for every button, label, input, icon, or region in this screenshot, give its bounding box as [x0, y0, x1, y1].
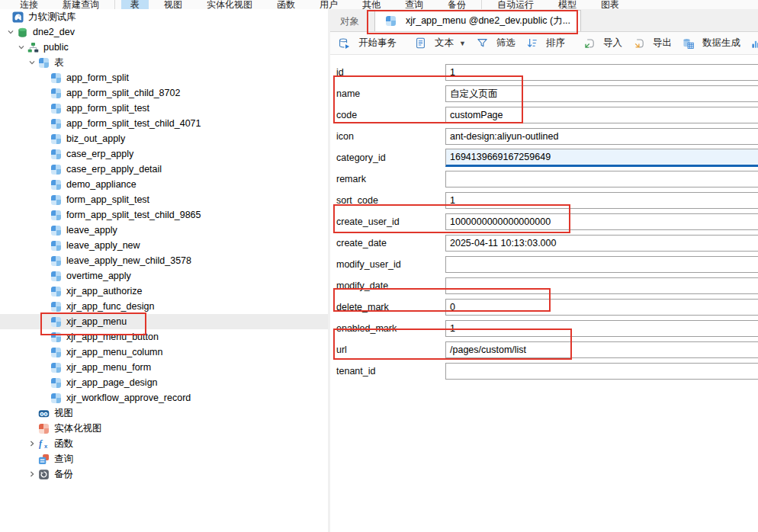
field-value-modify_user_id[interactable] — [445, 256, 758, 273]
chevron-right-icon[interactable] — [26, 469, 38, 479]
tree-item-form_app_split_test[interactable]: form_app_split_test — [0, 192, 328, 207]
tree-item-biz_out_apply[interactable]: biz_out_apply — [0, 131, 328, 146]
begin-transaction-icon — [339, 37, 350, 49]
tree-item-case_erp_apply_detail[interactable]: case_erp_apply_detail — [0, 162, 328, 177]
table-icon — [50, 347, 62, 358]
field-row-icon: iconant-design:aliyun-outlined — [330, 126, 758, 147]
field-label-id: id — [336, 67, 445, 78]
table-icon — [50, 179, 62, 191]
数据生成-button[interactable]: 数据生成 — [677, 34, 746, 52]
tree-item-xjr_app_func_design[interactable]: xjr_app_func_design — [0, 299, 328, 314]
chevron-right-icon[interactable] — [26, 438, 38, 449]
data-toolbar: 开始事务文本▼筛选排序导入导出数据生成创建图表 — [330, 32, 758, 55]
tree-item-label: xjr_app_page_design — [66, 377, 158, 388]
筛选-button[interactable]: 筛选 — [471, 34, 521, 52]
field-value-url[interactable]: /pages/custom/list — [445, 341, 758, 358]
tree-item-xjr_app_authorize[interactable]: xjr_app_authorize — [0, 284, 328, 299]
field-label-modify_date: modify_date — [336, 280, 445, 291]
table-icon — [50, 362, 62, 373]
field-value-category_id[interactable]: 1694139669167259649 — [445, 149, 758, 167]
field-value-create_user_id[interactable]: 1000000000000000000 — [445, 213, 758, 230]
tree-item-函数[interactable]: fx函数 — [0, 436, 328, 451]
create-chart-icon — [751, 37, 758, 49]
field-value-delete_mark[interactable]: 0 — [445, 299, 758, 316]
tree-item-label: xjr_app_menu_form — [66, 362, 151, 373]
field-row-create_user_id: create_user_id1000000000000000000 — [330, 211, 758, 232]
tree-item-leave_apply[interactable]: leave_apply — [0, 223, 328, 238]
tree-item-form_app_split_test_child_9865[interactable]: form_app_split_test_child_9865 — [0, 207, 328, 223]
tree-item-视图[interactable]: 视图 — [0, 405, 328, 421]
field-value-icon[interactable]: ant-design:aliyun-outlined — [445, 128, 758, 145]
chevron-spacer — [26, 453, 38, 464]
tree-item-xjr_app_menu_button[interactable]: xjr_app_menu_button — [0, 329, 328, 345]
dropdown-caret-icon[interactable]: ▼ — [459, 40, 466, 47]
tree-item-查询[interactable]: 查询 — [0, 451, 328, 466]
tree-item-力软测试库[interactable]: 力软测试库 — [0, 9, 328, 24]
tree-item-xjr_app_menu_form[interactable]: xjr_app_menu_form — [0, 360, 328, 375]
table-icon — [50, 286, 62, 297]
导出-button[interactable]: 导出 — [628, 34, 677, 52]
tree-item-xjr_app_page_design[interactable]: xjr_app_page_design — [0, 375, 328, 390]
tree-item-overtime_apply[interactable]: overtime_apply — [0, 268, 328, 284]
tree-item-表[interactable]: 表 — [0, 55, 328, 70]
tree-item-xjr_app_menu[interactable]: xjr_app_menu — [0, 314, 328, 329]
field-value-name[interactable]: 自定义页面 — [445, 85, 758, 102]
chevron-down-icon[interactable] — [26, 57, 38, 68]
排序-button[interactable]: 排序 — [521, 34, 570, 52]
table-icon — [50, 332, 62, 343]
tree-item-app_form_split_test_child_4071[interactable]: app_form_split_test_child_4071 — [0, 116, 328, 131]
tree-item-label: 表 — [54, 56, 64, 69]
tree-item-app_form_split[interactable]: app_form_split — [0, 70, 328, 85]
field-value-enabled_mark[interactable]: 1 — [445, 320, 758, 337]
开始事务-button[interactable]: 开始事务 — [333, 34, 402, 52]
database-icon — [17, 27, 28, 38]
table-icon — [50, 301, 62, 312]
tree-item-备份[interactable]: 备份 — [0, 466, 328, 482]
tree-item-label: app_form_split_child_8702 — [66, 88, 180, 98]
tree-item-xjr_workflow_approve_record[interactable]: xjr_workflow_approve_record — [0, 390, 328, 405]
导入-button[interactable]: 导入 — [578, 34, 628, 52]
tree-item-app_form_split_child_8702[interactable]: app_form_split_child_8702 — [0, 85, 328, 101]
field-value-sort_code[interactable]: 1 — [445, 192, 758, 209]
chevron-down-icon[interactable] — [5, 27, 17, 37]
table-icon — [385, 15, 397, 27]
tree-item-实体化视图[interactable]: 实体化视图 — [0, 421, 328, 436]
toolbar-separator — [114, 0, 115, 9]
field-label-create_user_id: create_user_id — [336, 216, 445, 227]
tree-item-leave_apply_new_child_3578[interactable]: leave_apply_new_child_3578 — [0, 253, 328, 268]
field-value-remark[interactable] — [445, 171, 758, 187]
tree-item-label: case_erp_apply_detail — [66, 164, 162, 175]
field-value-create_date[interactable]: 2025-04-11 10:13:03.000 — [445, 235, 758, 252]
tab-objects[interactable]: 对象 — [330, 11, 369, 31]
field-value-id[interactable]: 1 — [445, 64, 758, 81]
table-icon — [50, 88, 62, 99]
field-value-code[interactable]: customPage — [445, 107, 758, 123]
field-row-sort_code: sort_code1 — [330, 190, 758, 211]
chevron-down-icon[interactable] — [15, 42, 27, 53]
tree-item-public[interactable]: public — [0, 40, 328, 55]
tree-item-label: 视图 — [54, 407, 73, 420]
field-value-tenant_id[interactable] — [445, 363, 758, 380]
tree-item-xjr_app_menu_column[interactable]: xjr_app_menu_column — [0, 345, 328, 360]
创建图表-button[interactable]: 创建图表 — [746, 34, 758, 52]
field-label-url: url — [336, 345, 445, 355]
button-label: 排序 — [546, 37, 565, 50]
functions-icon: fx — [38, 438, 50, 450]
tree-item-dne2_dev[interactable]: dne2_dev — [0, 24, 328, 40]
tree-item-label: form_app_split_test — [66, 194, 149, 205]
tab-active-table[interactable]: xjr_app_menu @dne2_dev.public (力... — [374, 10, 581, 31]
tree-item-case_erp_apply[interactable]: case_erp_apply — [0, 146, 328, 162]
tree-item-leave_apply_new[interactable]: leave_apply_new — [0, 238, 328, 253]
tree-item-label: 查询 — [54, 453, 73, 466]
tree-item-demo_appliance[interactable]: demo_appliance — [0, 177, 328, 192]
field-value-modify_date[interactable] — [445, 277, 758, 294]
filter-icon — [477, 37, 488, 49]
tree-item-label: app_form_split — [66, 72, 129, 83]
tree-item-app_form_split_test[interactable]: app_form_split_test — [0, 101, 328, 116]
materialized-views-icon — [38, 423, 50, 434]
field-label-name: name — [336, 88, 445, 99]
文本-button[interactable]: 文本▼ — [410, 34, 471, 52]
queries-icon — [38, 453, 50, 465]
table-icon — [50, 225, 62, 236]
tree-item-label: dne2_dev — [33, 27, 75, 37]
